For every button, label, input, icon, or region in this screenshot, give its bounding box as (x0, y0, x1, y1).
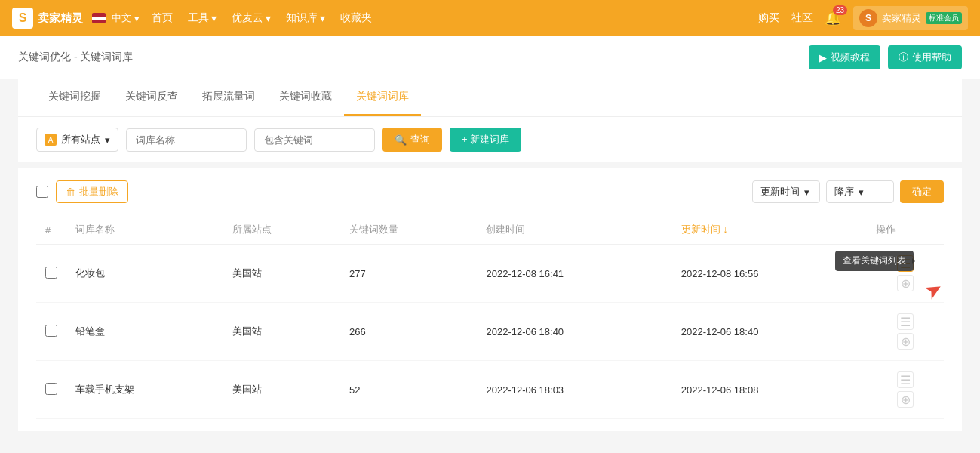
select-all-checkbox[interactable] (36, 186, 48, 198)
data-table: # 词库名称 所属站点 关键词数量 创建时间 更新时间 ↓ 操作 化妆包 美国站… (36, 215, 944, 419)
sort-field-select[interactable]: 更新时间 ▾ (752, 180, 820, 203)
tabs-bar: 关键词挖掘 关键词反查 拓展流量词 关键词收藏 关键词词库 (18, 79, 962, 117)
table-section: 🗑 批量删除 更新时间 ▾ 降序 ▾ 确定 (18, 168, 962, 431)
keyword-contains-input[interactable] (254, 128, 375, 152)
nav-items: 首页 工具 ▾ 优麦云 ▾ 知识库 ▾ 收藏夹 (152, 11, 758, 25)
logo-icon: S (12, 8, 33, 29)
nav-item-tools[interactable]: 工具 ▾ (188, 11, 217, 25)
new-library-button[interactable]: + 新建词库 (450, 128, 521, 152)
col-count: 关键词数量 (340, 215, 477, 245)
cell-updated: 2022-12-06 18:40 (672, 303, 867, 361)
action-icons: ☰ ⊕ (876, 371, 935, 408)
user-badge: 标准会员 (926, 12, 962, 24)
row-checkbox[interactable] (45, 383, 57, 395)
cell-name: 车载手机支架 (66, 361, 223, 419)
tab-keyword-library[interactable]: 关键词词库 (344, 79, 421, 116)
add-circle-icon[interactable]: ⊕ (897, 275, 914, 291)
cell-created: 2022-12-06 18:40 (477, 303, 671, 361)
cell-name: 铅笔盒 (66, 303, 223, 361)
breadcrumb-bar: 关键词优化 - 关键词词库 ▶ 视频教程 ⓘ 使用帮助 (0, 36, 980, 79)
cell-site: 美国站 (223, 245, 340, 303)
action-icons: 查看关键词列表 ➤ ☰ ⊕ (876, 255, 935, 291)
toolbar-left: 🗑 批量删除 (36, 180, 128, 203)
nav-item-home[interactable]: 首页 (152, 11, 173, 25)
cell-index (36, 245, 66, 303)
sort-order-select[interactable]: 降序 ▾ (826, 180, 894, 203)
cell-site: 美国站 (223, 361, 340, 419)
table-row: 车载手机支架 美国站 52 2022-12-06 18:03 2022-12-0… (36, 361, 944, 419)
cell-index (36, 361, 66, 419)
help-button[interactable]: ⓘ 使用帮助 (888, 45, 962, 69)
username: 卖家精灵 (882, 11, 921, 25)
site-dot: A (45, 134, 57, 146)
cell-actions: 查看关键词列表 ➤ ☰ ⊕ (867, 245, 944, 303)
cell-actions: ☰ ⊕ (867, 361, 944, 419)
arrow-indicator: ➤ (920, 275, 947, 305)
tab-keyword-favorites[interactable]: 关键词收藏 (267, 79, 344, 116)
cell-index (36, 303, 66, 361)
app-name: 卖家精灵 (38, 11, 83, 26)
lang-selector[interactable]: 中文 ▾ (92, 11, 140, 25)
tab-expand-traffic[interactable]: 拓展流量词 (190, 79, 267, 116)
tab-keyword-mining[interactable]: 关键词挖掘 (36, 79, 113, 116)
flag-icon (92, 13, 106, 23)
site-selector[interactable]: A 所有站点 ▾ (36, 128, 118, 152)
nav-right-section: 购买 社区 🔔 23 S 卖家精灵 标准会员 (758, 6, 968, 30)
table-area: 🗑 批量删除 更新时间 ▾ 降序 ▾ 确定 (18, 168, 962, 431)
row-checkbox[interactable] (45, 325, 57, 337)
site-label: 所有站点 (61, 133, 100, 146)
cell-name: 化妆包 (66, 245, 223, 303)
user-menu[interactable]: S 卖家精灵 标准会员 (853, 6, 968, 30)
col-created: 创建时间 (477, 215, 671, 245)
chevron-down-icon: ▾ (211, 12, 217, 24)
chevron-down-icon: ▾ (266, 12, 271, 24)
buy-button[interactable]: 购买 (758, 11, 779, 25)
breadcrumb: 关键词优化 - 关键词词库 (18, 51, 133, 64)
play-icon: ▶ (819, 52, 827, 63)
col-updated[interactable]: 更新时间 ↓ (672, 215, 867, 245)
community-button[interactable]: 社区 (791, 11, 813, 25)
add-circle-icon[interactable]: ⊕ (897, 333, 914, 350)
nav-item-youmaiyun[interactable]: 优麦云 ▾ (232, 11, 271, 25)
row-checkbox[interactable] (45, 267, 57, 279)
chevron-down-icon: ▾ (320, 12, 325, 24)
col-name: 词库名称 (66, 215, 223, 245)
nav-item-knowledge[interactable]: 知识库 ▾ (286, 11, 325, 25)
tab-keyword-reverse[interactable]: 关键词反查 (113, 79, 190, 116)
main-section: 关键词挖掘 关键词反查 拓展流量词 关键词收藏 关键词词库 A 所有站点 ▾ 🔍… (18, 79, 962, 162)
confirm-sort-button[interactable]: 确定 (900, 180, 944, 203)
lang-chevron-icon: ▾ (134, 13, 140, 24)
batch-delete-button[interactable]: 🗑 批量删除 (56, 180, 128, 203)
notification-badge: 23 (833, 5, 847, 15)
table-toolbar: 🗑 批量删除 更新时间 ▾ 降序 ▾ 确定 (36, 180, 944, 203)
table-row: 铅笔盒 美国站 266 2022-12-06 18:40 2022-12-06 … (36, 303, 944, 361)
breadcrumb-actions: ▶ 视频教程 ⓘ 使用帮助 (809, 45, 962, 69)
site-chevron-icon: ▾ (105, 134, 110, 146)
search-button[interactable]: 🔍 查询 (382, 128, 442, 152)
toolbar-right: 更新时间 ▾ 降序 ▾ 确定 (752, 180, 944, 203)
nav-item-favorites[interactable]: 收藏夹 (340, 11, 372, 25)
action-icons: ☰ ⊕ (876, 313, 935, 350)
view-list-icon[interactable]: ☰ (897, 371, 914, 388)
cell-count: 52 (340, 361, 477, 419)
col-index: # (36, 215, 66, 245)
col-site: 所属站点 (223, 215, 340, 245)
order-chevron-icon: ▾ (859, 186, 864, 198)
col-actions: 操作 (867, 215, 944, 245)
cell-site: 美国站 (223, 303, 340, 361)
add-circle-icon[interactable]: ⊕ (897, 391, 914, 408)
table-row: 化妆包 美国站 277 2022-12-08 16:41 2022-12-08 … (36, 245, 944, 303)
avatar: S (859, 9, 877, 27)
page-content: 关键词挖掘 关键词反查 拓展流量词 关键词收藏 关键词词库 A 所有站点 ▾ 🔍… (0, 79, 980, 449)
view-list-icon[interactable]: ☰ (897, 313, 914, 330)
cell-updated: 2022-12-06 18:08 (672, 361, 867, 419)
video-tutorial-button[interactable]: ▶ 视频教程 (809, 45, 880, 69)
library-name-input[interactable] (126, 128, 247, 152)
cell-count: 266 (340, 303, 477, 361)
tooltip-view-keywords: 查看关键词列表 (835, 251, 914, 271)
app-logo[interactable]: S 卖家精灵 (12, 8, 83, 29)
trash-icon: 🗑 (66, 186, 75, 198)
cell-created: 2022-12-06 18:03 (477, 361, 671, 419)
notification-bell[interactable]: 🔔 23 (825, 10, 841, 26)
search-bar: A 所有站点 ▾ 🔍 查询 + 新建词库 (18, 117, 962, 162)
